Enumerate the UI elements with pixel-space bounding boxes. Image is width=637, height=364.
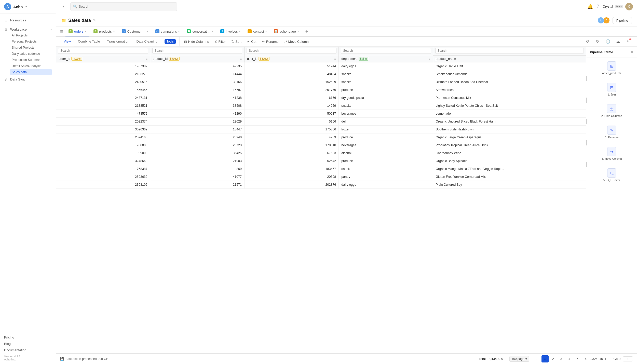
next-page-button[interactable]: ›	[602, 355, 609, 362]
sidebar-group-workspace[interactable]: ⊞ Workspace ▾	[4, 26, 52, 32]
pipeline-node-move-column[interactable]: ➟ 4. Move Column	[601, 147, 622, 160]
tab-products[interactable]: S products ▾	[90, 27, 118, 36]
edit-title-icon[interactable]: ✎	[93, 18, 96, 22]
add-tab-button[interactable]: +	[304, 28, 310, 36]
search-product-name-input[interactable]	[435, 48, 584, 54]
sidebar-item-retail-sales[interactable]: Retail Sales Analysis	[10, 63, 52, 69]
tab-combine-table[interactable]: Combine Table	[74, 37, 103, 46]
pipeline-button[interactable]: Pipeline	[613, 17, 632, 24]
search-order-id-input[interactable]	[58, 48, 148, 54]
products-tab-icon: S	[93, 29, 98, 33]
branch-button[interactable]: ⑂ 5	[624, 38, 632, 45]
col-order-id-label: order_id	[59, 57, 70, 61]
cloud-button[interactable]: ☁	[614, 38, 622, 45]
tab-contact[interactable]: ⚡ contact ▾	[245, 27, 270, 36]
hide-columns-button[interactable]: ⊟ Hide Columns	[182, 38, 212, 45]
page-3-button[interactable]: 3	[558, 355, 565, 362]
pipeline-node-sql[interactable]: ›_ 5. SQL Editor	[603, 168, 620, 182]
tab-tools[interactable]: Tools	[161, 37, 179, 46]
tab-conversations[interactable]: 💬 conversati... ▾	[184, 27, 216, 36]
search-input[interactable]	[79, 5, 174, 8]
rename-button[interactable]: ✏ Rename	[259, 38, 281, 45]
table-body: 1967387 49235 51244 dairy eggs Organic H…	[56, 62, 586, 189]
cell-product-id: 38166	[150, 78, 244, 86]
pipeline-node-order-products[interactable]: ⊞ order_products	[602, 61, 621, 75]
col-product-id-filter-icon[interactable]: ≡	[240, 57, 242, 61]
bell-icon[interactable]: 🔔	[587, 4, 593, 9]
search-product-id-input[interactable]	[152, 48, 242, 54]
cell-user-id: 14959	[245, 102, 339, 110]
tabs-list-icon[interactable]: ☰	[60, 30, 63, 34]
collapse-sidebar-button[interactable]: ‹	[60, 3, 67, 10]
pipeline-node-hide-columns[interactable]: ◎ 2. Hide Columns	[601, 104, 622, 117]
pipeline-node-join[interactable]: ⊟ 1. Join	[607, 83, 616, 96]
tab-customer[interactable]: ⬡ Customer ... ▾	[119, 27, 151, 36]
sidebar-item-shared-projects[interactable]: Shared Projects	[10, 45, 52, 51]
tab-campaigns[interactable]: ⬡ campaigns ▾	[152, 27, 183, 36]
sidebar-item-resources[interactable]: ☰ Resources	[0, 17, 56, 24]
branch-badge: 5	[629, 38, 631, 40]
data-sync-label: Data Sync	[10, 77, 25, 81]
cell-order-id: 2487131	[56, 94, 150, 102]
tab-view[interactable]: View	[60, 37, 74, 46]
goto-section: Go to	[613, 356, 633, 361]
cell-order-id: 473572	[56, 110, 150, 118]
acho-page-chevron-icon: ▾	[297, 30, 299, 33]
folder-icon: 📁	[61, 18, 66, 23]
search-department-input[interactable]	[341, 48, 431, 54]
sidebar-item-pricing[interactable]: Pricing	[4, 334, 52, 341]
filter-button[interactable]: ⊻ Filter	[212, 38, 228, 45]
sidebar-item-production-summary[interactable]: Production Summar...	[10, 57, 52, 63]
search-row	[56, 47, 586, 55]
sidebar-item-data-sync[interactable]: ⇄ Data Sync	[0, 76, 56, 83]
undo-button[interactable]: ↺	[584, 38, 591, 45]
cell-department: deli	[339, 118, 433, 126]
prev-page-button[interactable]: ‹	[533, 355, 540, 362]
per-page-selector[interactable]: 100/page ▾	[509, 356, 529, 362]
user-menu[interactable]: Crystal team C	[603, 3, 633, 10]
tab-data-cleaning[interactable]: Data Cleaning	[133, 37, 161, 46]
page-6-button[interactable]: 6	[582, 355, 589, 362]
sidebar-logo[interactable]: A Acho ▾	[0, 0, 56, 14]
page-2-button[interactable]: 2	[550, 355, 557, 362]
tab-invoices[interactable]: S invoices ▾	[217, 27, 244, 36]
last-action-text: Last action processed: 2.8 GB	[66, 357, 108, 361]
sidebar-item-daily-sales[interactable]: Daily sales cadence	[10, 51, 52, 57]
col-user-id-filter-icon[interactable]: ≡	[334, 57, 336, 61]
col-order-id-filter-icon[interactable]: ≡	[146, 57, 147, 61]
redo-button[interactable]: ↻	[594, 38, 601, 45]
app-name: Acho	[13, 5, 23, 9]
sort-button[interactable]: ⇅ Sort	[229, 38, 244, 45]
tab-transformation[interactable]: Transformation	[103, 37, 133, 46]
cell-department: snacks	[339, 70, 433, 78]
pipeline-editor-title: Pipeline Editor	[590, 50, 613, 54]
cut-button[interactable]: ✂ Cut	[245, 38, 259, 45]
col-department-filter-icon[interactable]: ≡	[429, 57, 430, 61]
tab-acho-page[interactable]: 📊 acho_page ▾	[271, 27, 302, 36]
page-1-button[interactable]: 1	[541, 355, 549, 362]
sidebar-item-documentation[interactable]: Documentation	[4, 347, 52, 353]
schedule-button[interactable]: 🕐	[604, 38, 612, 45]
search-user-id-input[interactable]	[247, 48, 336, 54]
pipeline-node-rename[interactable]: ✎ 3. Rename	[605, 126, 619, 139]
help-icon[interactable]: ?	[597, 4, 599, 9]
pipeline-editor-close-button[interactable]: ✕	[630, 50, 633, 55]
customer-tab-label: Customer ...	[127, 30, 145, 33]
table-wrapper[interactable]: order_id Integer ≡ product_id Integer ≡	[56, 47, 586, 353]
move-column-button[interactable]: ⇄ Move Column	[282, 38, 311, 45]
page-title-row: 📁 Sales data ✎	[61, 18, 96, 23]
sidebar-item-sales-data[interactable]: Sales data	[10, 69, 52, 75]
sidebar-item-personal-projects[interactable]: Personal Projects	[10, 38, 52, 45]
tab-orders[interactable]: S orders ▾	[65, 27, 89, 36]
sidebar-item-all-projects[interactable]: All Projects	[10, 32, 52, 38]
cell-product-name: Gluten Free Yankee Cornbread Mix	[433, 173, 586, 181]
col-user-id-type: Integer	[259, 57, 269, 61]
page-5-button[interactable]: 5	[574, 355, 581, 362]
th-search-order-id	[56, 47, 150, 55]
sidebar-item-blogs[interactable]: Blogs	[4, 341, 52, 347]
page-header: 📁 Sales data ✎ A B Pipeline	[56, 13, 637, 27]
goto-input[interactable]	[623, 356, 633, 361]
cell-product-name: Organic Mango Mania ZFruit and Veggie Ro…	[433, 165, 586, 173]
last-page-button[interactable]: 324345	[594, 355, 601, 362]
page-4-button[interactable]: 4	[566, 355, 573, 362]
